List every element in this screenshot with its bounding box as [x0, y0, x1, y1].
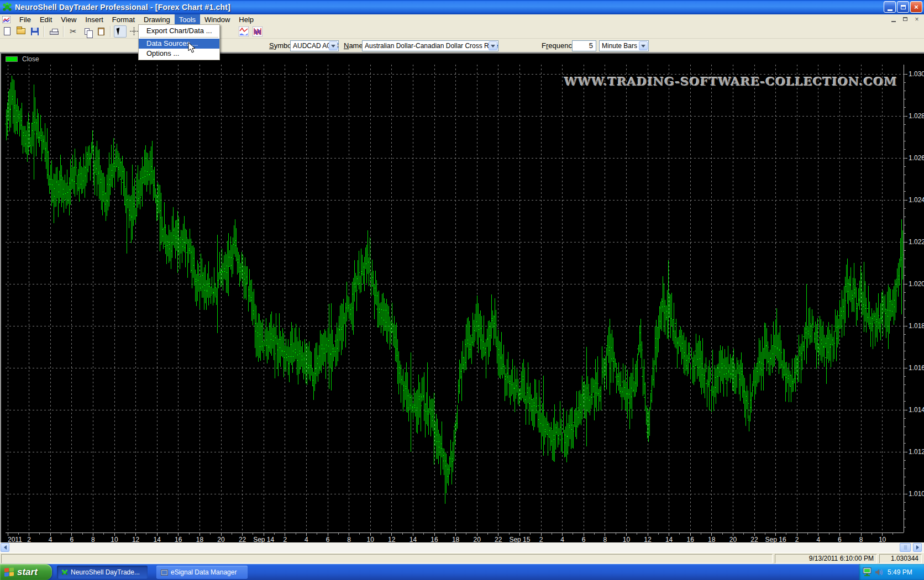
name-value: Australian Dollar-Canadian Dollar Cross …	[365, 42, 498, 50]
status-datetime: 9/13/2011 6:10:00 PM	[775, 554, 877, 563]
mouse-cursor	[188, 42, 196, 54]
esignal-task-icon	[161, 570, 168, 576]
menu-edit[interactable]: Edit	[35, 14, 56, 24]
close-button[interactable]: ×	[910, 1, 922, 13]
scroll-left-icon[interactable]	[1, 543, 9, 552]
horizontal-scrollbar[interactable]	[0, 542, 924, 552]
price-bars	[6, 76, 902, 504]
menu-item-data-sources[interactable]: Data Sources ...	[139, 39, 219, 49]
task-button-neuroshell[interactable]: NeuroShell DayTrade...	[57, 566, 148, 579]
start-label: start	[17, 567, 38, 578]
menu-view[interactable]: View	[56, 14, 81, 24]
scrollbar-thumb[interactable]	[900, 543, 911, 552]
menu-bar: FileEditViewInsertFormatDrawingToolsWind…	[0, 14, 924, 24]
menu-window[interactable]: Window	[200, 14, 234, 24]
menu-file[interactable]: File	[15, 14, 35, 24]
bar-type-value: Minute Bars	[602, 42, 637, 50]
restore-button[interactable]	[897, 1, 909, 13]
task-label: NeuroShell DayTrade...	[71, 568, 140, 576]
menu-item-options[interactable]: Options ...	[139, 49, 219, 59]
copy-icon[interactable]	[81, 25, 93, 38]
name-dropdown[interactable]: Australian Dollar-Canadian Dollar Cross …	[362, 40, 498, 51]
task-button-esignal[interactable]: eSignal Data Manager	[156, 566, 248, 579]
name-label: Name	[344, 41, 363, 50]
neuroshell-app-icon	[2, 2, 12, 12]
taskbar: start NeuroShell DayTrade... eSignal Dat…	[0, 564, 924, 580]
frequency-label: Frequency	[542, 41, 575, 50]
scroll-right-icon[interactable]	[913, 543, 922, 552]
menu-separator	[140, 37, 218, 38]
volume-tray-icon[interactable]	[875, 568, 884, 577]
y-axis-label: 1.014	[909, 406, 924, 414]
menu-items: FileEditViewInsertFormatDrawingToolsWind…	[15, 14, 258, 24]
windows-flag-icon	[4, 567, 14, 577]
network-tray-icon[interactable]	[862, 567, 873, 577]
menu-format[interactable]: Format	[108, 14, 139, 24]
tools-menu-popup: Export Chart/Data ... Data Sources ... O…	[138, 24, 220, 60]
menu-item-export-chart-data[interactable]: Export Chart/Data ...	[139, 26, 219, 36]
symbol-dropdown[interactable]: AUDCAD A0-FX	[290, 40, 339, 51]
y-axis-label: 1.030	[909, 70, 924, 78]
tray-clock: 5:49 PM	[888, 568, 912, 576]
symbol-label: Symbol	[269, 41, 293, 50]
new-document-icon[interactable]	[1, 25, 13, 38]
chart-area: Close WWW.TRADING-SOFTWARE-COLLECTION.CO…	[0, 53, 924, 542]
dropdown-arrow-icon[interactable]	[329, 41, 338, 50]
y-axis-label: 1.016	[909, 364, 924, 372]
y-axis-label: 1.012	[909, 448, 924, 456]
frequency-input[interactable]: 5	[572, 40, 596, 51]
y-axis-label: 1.018	[909, 322, 924, 330]
y-axis-label: 1.020	[909, 280, 924, 288]
price-bar-ticks	[5, 96, 904, 477]
mdi-minimize-icon[interactable]	[890, 16, 897, 23]
mdi-close-icon[interactable]: ×	[913, 16, 921, 23]
window-title: NeuroShell DayTrader Professional - [For…	[15, 3, 230, 12]
dropdown-arrow-icon[interactable]	[489, 41, 497, 50]
dropdown-arrow-icon[interactable]	[639, 41, 648, 50]
mdi-restore-icon[interactable]	[901, 16, 909, 23]
price-chart[interactable]: 1.0301.0281.0261.0241.0221.0201.0181.016…	[1, 54, 924, 543]
paste-icon[interactable]	[95, 25, 107, 38]
status-bar: 9/13/2011 6:10:00 PM 1.030344	[0, 552, 924, 564]
status-price: 1.030344	[879, 554, 922, 563]
open-folder-icon[interactable]	[14, 25, 27, 38]
system-tray: 5:49 PM	[859, 564, 924, 580]
cut-icon[interactable]: ✂	[67, 25, 80, 38]
y-axis-label: 1.024	[909, 196, 924, 204]
y-axis-label: 1.026	[909, 154, 924, 162]
menu-insert[interactable]: Insert	[81, 14, 108, 24]
start-button[interactable]: start	[0, 564, 52, 580]
y-axis-label: 1.028	[909, 112, 924, 120]
document-chart-icon	[2, 16, 11, 23]
status-message-panel	[1, 554, 773, 563]
menu-help[interactable]: Help	[234, 14, 258, 24]
pointer-tool-icon[interactable]	[114, 25, 127, 38]
neuroshell-task-icon	[61, 569, 68, 576]
menu-drawing[interactable]: Drawing	[139, 14, 175, 24]
menu-tools[interactable]: Tools	[175, 14, 200, 24]
bar-type-dropdown[interactable]: Minute Bars	[599, 40, 649, 51]
print-icon[interactable]	[48, 25, 60, 38]
y-axis-label: 1.022	[909, 238, 924, 246]
chart-bars-icon[interactable]	[251, 25, 264, 38]
task-label: eSignal Data Manager	[171, 568, 237, 576]
y-axis-label: 1.010	[909, 490, 924, 498]
title-bar: NeuroShell DayTrader Professional - [For…	[0, 0, 924, 14]
application-window: NeuroShell DayTrader Professional - [For…	[0, 0, 924, 580]
minimize-button[interactable]	[884, 1, 896, 13]
save-icon[interactable]	[28, 25, 41, 38]
chart-line-icon[interactable]	[237, 25, 250, 38]
